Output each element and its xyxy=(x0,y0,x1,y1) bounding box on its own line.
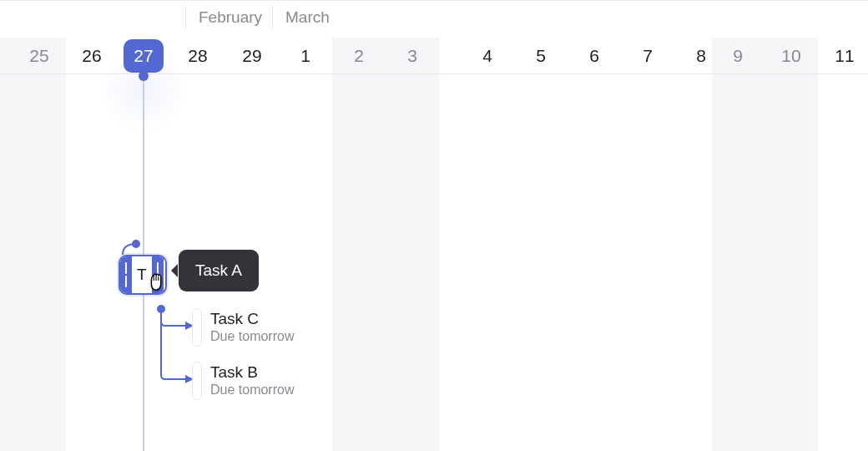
task-tooltip: Task A xyxy=(179,250,259,291)
date-cell-1[interactable]: 1 xyxy=(279,38,332,74)
month-label-march[interactable]: March xyxy=(285,8,331,27)
dependency-arrow-task-b xyxy=(157,305,194,383)
date-label: 25 xyxy=(29,46,48,65)
month-header: February March xyxy=(0,6,868,29)
task-subtitle: Due tomorrow xyxy=(210,382,294,398)
date-cell-29[interactable]: 29 xyxy=(225,38,279,74)
timeline-view: February March 25262728291234567891011 T xyxy=(0,0,868,451)
task-connector-stub xyxy=(119,240,144,258)
task-chip[interactable] xyxy=(192,362,202,400)
tooltip-text: Task A xyxy=(195,261,242,279)
task-subtitle: Due tomorrow xyxy=(210,328,294,345)
task-text: Task C Due tomorrow xyxy=(210,310,294,345)
date-cell-10[interactable]: 10 xyxy=(765,38,818,74)
date-cell-2[interactable]: 2 xyxy=(332,38,386,74)
month-label-february[interactable]: February xyxy=(198,8,263,27)
date-label: 7 xyxy=(643,46,653,65)
date-label: 29 xyxy=(242,46,261,65)
month-divider xyxy=(185,6,186,29)
date-label: 3 xyxy=(407,46,417,65)
date-cell-3[interactable]: 3 xyxy=(386,38,439,74)
date-label: 6 xyxy=(589,46,599,65)
date-label: 5 xyxy=(536,46,546,65)
task-bar-task-a[interactable]: T xyxy=(119,255,167,295)
date-label: 26 xyxy=(82,46,101,65)
date-label: 4 xyxy=(482,46,492,65)
task-resize-handle-right[interactable] xyxy=(152,256,164,293)
date-cell-7[interactable]: 7 xyxy=(621,38,674,74)
dependent-task-c[interactable]: Task C Due tomorrow xyxy=(192,308,294,347)
task-chip[interactable] xyxy=(192,308,202,347)
date-cell-4[interactable]: 4 xyxy=(461,38,514,74)
date-cell-25[interactable]: 25 xyxy=(13,38,66,74)
date-cell-6[interactable]: 6 xyxy=(568,38,621,74)
date-label: 10 xyxy=(781,46,800,65)
task-resize-handle-left[interactable] xyxy=(120,256,132,293)
date-cell-5[interactable]: 5 xyxy=(514,38,568,74)
task-title: Task C xyxy=(210,310,294,328)
timeline-grid[interactable]: T Task A xyxy=(0,74,868,451)
date-cell-11[interactable]: 11 xyxy=(818,38,868,74)
task-title: Task B xyxy=(210,363,294,382)
date-label: 11 xyxy=(835,46,854,65)
date-label: 2 xyxy=(354,46,364,65)
task-text: Task B Due tomorrow xyxy=(210,363,294,398)
month-divider xyxy=(272,6,273,29)
date-label: 8 xyxy=(696,46,706,65)
task-label: T xyxy=(132,266,152,284)
date-label: 1 xyxy=(300,46,310,65)
date-cell-9[interactable]: 9 xyxy=(711,38,765,74)
dependent-task-b[interactable]: Task B Due tomorrow xyxy=(192,362,294,400)
date-label: 28 xyxy=(188,46,207,65)
date-label: 9 xyxy=(733,46,743,65)
